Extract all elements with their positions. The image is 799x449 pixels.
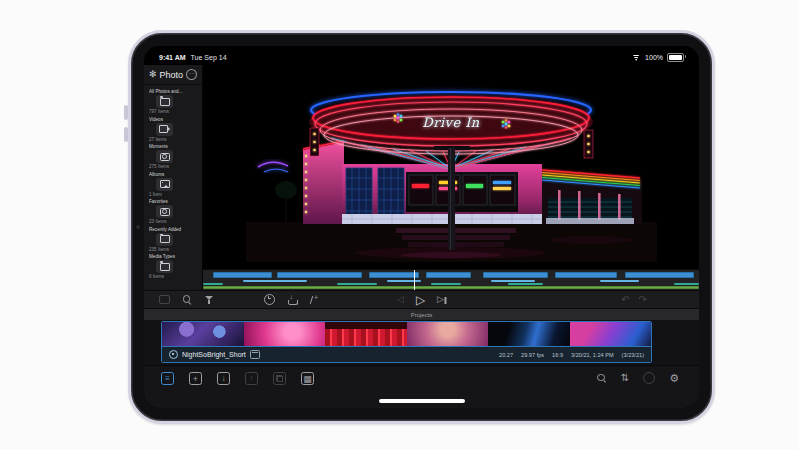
thumb-neon-sign-closeup[interactable] [325,322,407,346]
new-project-icon[interactable] [189,372,202,385]
library-item-count: 6 Items [149,274,197,279]
album-icon [160,180,170,188]
playhead[interactable] [414,270,416,290]
volume-up-button[interactable] [124,105,128,120]
search-icon[interactable] [182,295,192,305]
camera-icon [160,153,170,161]
clock-time: 9:41 AM [159,54,186,61]
transport-controls [397,291,446,308]
thumb-neon-street[interactable] [570,322,652,346]
library-item-thumbnail[interactable] [156,178,173,191]
timeline-clip[interactable] [387,280,422,282]
status-bar: 9:41 AM Tue Sep 14 100% [144,46,699,65]
timeline-clip[interactable] [508,283,543,286]
share-icon[interactable] [245,372,258,385]
selected-project-card[interactable]: NightSoBright_Short 20.27 29.97 fps 16:9… [161,321,652,363]
library-item-thumbnail[interactable] [156,150,173,163]
battery-icon [667,53,684,62]
project-name-row[interactable]: NightSoBright_Short 20.27 29.97 fps 16:9… [162,346,651,362]
library-item-label: Moments [149,144,197,149]
timeline-clip[interactable] [426,272,471,278]
library-item[interactable]: Favorites 23 Items [149,199,197,224]
selected-radio-icon[interactable] [169,350,178,359]
sync-icon[interactable] [643,372,655,384]
library-item[interactable]: Media Types 6 Items [149,254,197,279]
import-icon[interactable] [287,295,297,305]
library-item-count: 27 Items [149,137,197,142]
skip-forward-icon[interactable] [437,295,446,304]
timeline-clip[interactable] [600,280,640,282]
library-item-label: Albums [149,172,197,177]
library-item-thumbnail[interactable] [156,233,173,246]
timeline-clip[interactable] [277,272,361,278]
thumb-portrait-hands-up[interactable] [407,322,489,346]
clock-icon[interactable] [264,294,275,305]
import-project-icon[interactable] [217,372,230,385]
projects-icon[interactable] [161,372,174,385]
library-source-header[interactable]: ✻ Photo ⋯ [144,65,202,85]
library-item[interactable]: Moments 275 Items [149,144,197,169]
project-framerate: 29.97 fps [521,352,544,358]
timeline-clip[interactable] [203,286,699,289]
timeline[interactable] [203,269,699,290]
library-item[interactable]: Albums 1 Item [149,172,197,197]
timeline-clip[interactable] [203,283,223,286]
duplicate-icon[interactable] [273,372,286,385]
camera-icon [160,208,170,216]
undo-icon[interactable] [621,295,629,305]
preview-viewer: Drive In [203,65,699,269]
library-item[interactable]: Videos 27 Items [149,117,197,142]
redo-icon[interactable] [639,295,647,305]
thumb-blue-windows[interactable] [488,322,570,346]
project-modified: (3/23/21) [622,352,644,358]
projects-title: Projects [411,312,433,318]
bottom-left-tools [161,372,314,385]
home-indicator[interactable] [379,399,465,403]
library-item-thumbnail[interactable] [156,205,173,218]
timeline-clip[interactable] [625,272,694,278]
timeline-clip[interactable] [483,272,547,278]
library-source-title: Photo [160,70,184,80]
photos-app-icon: ✻ [149,70,157,79]
library-item-label: Videos [149,117,197,122]
thumb-palm-trees-night[interactable] [162,322,244,346]
marker-icon[interactable] [309,295,319,304]
toolbar-row [144,290,699,308]
library-item-thumbnail[interactable] [156,260,173,273]
video-icon [159,125,168,133]
filter-icon[interactable] [204,295,214,304]
timeline-clip[interactable] [369,272,419,278]
settings-icon[interactable] [669,373,679,384]
more-options-icon[interactable]: ⋯ [186,69,197,80]
folder-icon [160,235,170,243]
library-item-count: 797 Items [149,109,197,114]
media-icon[interactable] [301,372,314,385]
clip-icon[interactable] [159,295,170,304]
timeline-clip[interactable] [431,283,461,286]
library-item-count: 275 Items [149,164,197,169]
search-icon[interactable] [597,373,607,383]
play-icon[interactable] [416,294,425,306]
project-badge-icon [250,350,260,359]
ipad-device: 9:41 AM Tue Sep 14 100% ✻ Photo ⋯ [128,30,715,424]
library-item-thumbnail[interactable] [156,95,173,108]
timeline-clip[interactable] [337,283,377,286]
project-meta: 20.27 29.97 fps 16:9 3/20/21, 1:24 PM (3… [499,352,644,358]
library-item-thumbnail[interactable] [156,123,173,136]
timeline-clip[interactable] [243,280,307,282]
library-item[interactable]: Recently Added 235 Items [149,227,197,252]
sort-icon[interactable] [621,373,629,383]
volume-down-button[interactable] [124,127,128,142]
timeline-clip[interactable] [491,280,536,282]
library-sidebar: ✻ Photo ⋯ All Photos and... 797 Items [144,65,203,290]
timeline-clip[interactable] [213,272,273,278]
preview-image: Drive In [246,72,657,262]
skip-back-icon[interactable] [397,295,404,304]
library-item-label: Media Types [149,254,197,259]
bottom-toolbar [144,365,699,408]
timeline-clip[interactable] [555,272,617,278]
timeline-clip[interactable] [674,283,699,286]
bottom-right-tools [597,372,679,384]
library-item[interactable]: All Photos and... 797 Items [149,89,197,114]
thumb-magenta-portrait[interactable] [244,322,326,346]
